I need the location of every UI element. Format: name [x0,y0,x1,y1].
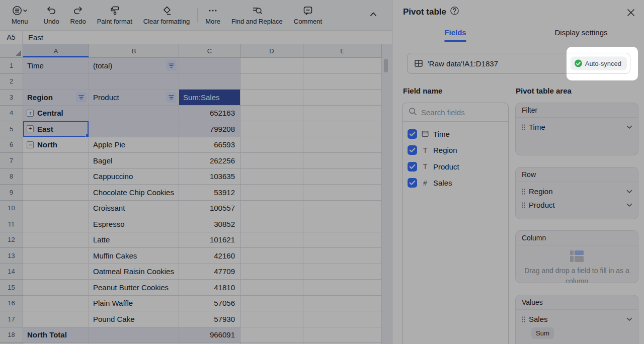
row-header-18[interactable]: 18 [0,327,23,343]
cell-C7[interactable]: 262256 [179,153,240,169]
cell-B14[interactable]: Oatmeal Raisin Cookies [89,264,179,280]
cell-D1[interactable] [240,58,303,74]
filter-button-B3[interactable] [166,92,177,103]
cell-D5[interactable] [240,121,303,137]
cell-D7[interactable] [240,153,303,169]
cell-D8[interactable] [240,169,303,185]
vertical-scrollbar[interactable] [384,59,388,72]
cell-A7[interactable] [23,153,89,169]
row-item-region[interactable]: Region [516,185,638,198]
cell-B11[interactable]: Espresso [89,216,179,232]
cell-E2[interactable] [303,74,382,90]
cell-E18[interactable] [303,327,382,343]
drag-handle-icon[interactable] [522,202,525,208]
close-panel-button[interactable] [626,8,636,20]
cell-C3[interactable]: Sum:Sales [179,90,240,106]
cell-A1[interactable]: Time [23,58,89,74]
cell-E17[interactable] [303,311,382,327]
cell-D6[interactable] [240,137,303,153]
cell-D2[interactable] [240,74,303,90]
cell-A10[interactable] [23,201,89,217]
cell-B15[interactable]: Peanut Butter Cookies [89,280,179,296]
row-header-11[interactable]: 11 [0,216,23,232]
cell-E10[interactable] [303,201,382,217]
chevron-down-icon[interactable] [626,203,632,207]
cell-D4[interactable] [240,106,303,122]
field-item-region[interactable]: TRegion [408,142,503,159]
chevron-down-icon[interactable] [626,317,632,321]
values-item-sales[interactable]: Sales [516,312,638,326]
field-item-time[interactable]: Time [408,126,503,142]
row-header-3[interactable]: 3 [0,90,23,106]
cell-E4[interactable] [303,106,382,122]
cell-E11[interactable] [303,216,382,232]
cell-B5[interactable] [89,121,179,137]
cell-B4[interactable] [89,106,179,122]
drag-handle-icon[interactable] [522,124,525,130]
row-header-12[interactable]: 12 [0,232,23,248]
cell-A12[interactable] [23,232,89,248]
clear-formatting-button[interactable]: Clear formatting [138,5,195,25]
filter-item-time[interactable]: Time [516,120,638,134]
cell-B17[interactable]: Pound Cake [89,311,179,327]
cell-C17[interactable]: 57930 [179,311,240,327]
more-button[interactable]: More [200,5,226,25]
cell-D18[interactable] [240,327,303,343]
cell-E12[interactable] [303,232,382,248]
cell-B6[interactable]: Apple Pie [89,137,179,153]
cell-E1[interactable] [303,58,382,74]
field-item-sales[interactable]: #Sales [408,175,503,192]
row-item-product[interactable]: Product [516,198,638,212]
cell-C5[interactable]: 799208 [179,121,240,137]
cell-C18[interactable]: 966091 [179,327,240,343]
cell-E9[interactable] [303,185,382,201]
row-header-9[interactable]: 9 [0,185,23,201]
cell-A6[interactable]: −North [23,137,89,153]
chevron-down-icon[interactable] [626,125,632,129]
expand-group-toggle[interactable]: + [27,110,34,117]
cell-C12[interactable]: 101621 [179,232,240,248]
drag-handle-icon[interactable] [522,316,525,322]
row-header-16[interactable]: 16 [0,296,23,312]
cell-E16[interactable] [303,296,382,312]
cell-A4[interactable]: +Central [23,106,89,122]
row-header-1[interactable]: 1 [0,58,23,74]
row-header-17[interactable]: 17 [0,311,23,327]
cell-A3[interactable]: Region [23,90,89,106]
cell-C1[interactable] [179,58,240,74]
column-header-C[interactable]: C [179,44,240,58]
fill-handle[interactable] [86,134,89,137]
column-header-B[interactable]: B [89,44,179,58]
cell-B7[interactable]: Bagel [89,153,179,169]
tab-display-settings[interactable]: Display settings [518,23,644,42]
cell-C11[interactable]: 30852 [179,216,240,232]
help-icon[interactable] [450,6,459,18]
menu-button[interactable]: Menu [6,5,34,25]
cell-D16[interactable] [240,296,303,312]
cell-D17[interactable] [240,311,303,327]
cell-C2[interactable] [179,74,240,90]
row-header-4[interactable]: 4 [0,106,23,122]
column-header-A[interactable]: A [23,44,89,58]
name-box[interactable]: A5 [0,31,23,44]
cell-B12[interactable]: Latte [89,232,179,248]
row-header-8[interactable]: 8 [0,169,23,185]
cell-C9[interactable]: 53912 [179,185,240,201]
checkbox-product[interactable] [408,162,417,171]
cell-B13[interactable]: Muffin Cakes [89,248,179,264]
cell-C15[interactable]: 41810 [179,280,240,296]
row-header-7[interactable]: 7 [0,153,23,169]
cell-D14[interactable] [240,264,303,280]
cell-C16[interactable]: 57056 [179,296,240,312]
cell-E8[interactable] [303,169,382,185]
row-header-14[interactable]: 14 [0,264,23,280]
comment-button[interactable]: Comment [288,5,328,25]
tab-fields[interactable]: Fields [392,23,518,42]
cell-A15[interactable] [23,280,89,296]
cell-A8[interactable] [23,169,89,185]
row-header-15[interactable]: 15 [0,280,23,296]
redo-button[interactable]: Redo [65,5,92,25]
aggregation-chip[interactable]: Sum [531,327,554,339]
row-header-10[interactable]: 10 [0,201,23,217]
checkbox-region[interactable] [408,145,417,155]
